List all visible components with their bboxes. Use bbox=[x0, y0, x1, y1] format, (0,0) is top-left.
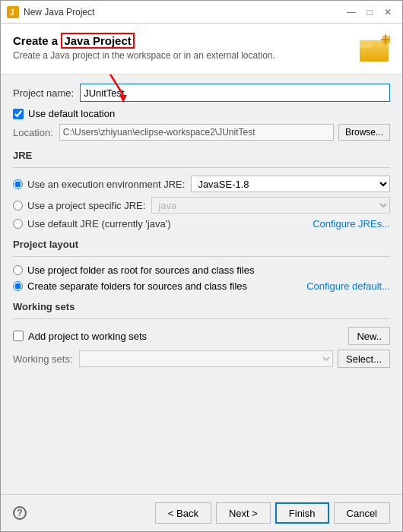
next-button[interactable]: Next > bbox=[216, 502, 271, 524]
working-sets-divider bbox=[13, 318, 390, 319]
back-button[interactable]: < Back bbox=[155, 502, 211, 524]
app-icon: J bbox=[7, 6, 19, 18]
finish-button[interactable]: Finish bbox=[275, 502, 329, 524]
layout-option2-row: Create separate folders for sources and … bbox=[13, 280, 390, 292]
configure-default-link[interactable]: Configure default... bbox=[306, 280, 390, 292]
browse-button[interactable]: Browse... bbox=[338, 124, 390, 141]
footer-left: ? bbox=[13, 506, 27, 520]
maximize-button[interactable]: □ bbox=[361, 5, 378, 20]
jre-section-label: JRE bbox=[13, 150, 390, 161]
close-button[interactable]: ✕ bbox=[379, 5, 396, 20]
use-default-location-row: Use default location bbox=[13, 108, 390, 119]
project-name-input[interactable] bbox=[80, 84, 390, 102]
jre-default-radio[interactable] bbox=[13, 219, 23, 229]
select-working-set-button[interactable]: Select... bbox=[338, 350, 390, 368]
header-subtitle: Create a Java project in the workspace o… bbox=[13, 50, 352, 61]
header-title: Create a Java Project bbox=[13, 34, 352, 47]
jre-specific-select[interactable]: java bbox=[151, 197, 390, 214]
jre-divider bbox=[13, 167, 390, 168]
header-title-highlighted: Java Project bbox=[61, 33, 134, 49]
layout-option1-row: Use project folder as root for sources a… bbox=[13, 264, 390, 276]
add-working-sets-checkbox-row: Add project to working sets bbox=[13, 331, 147, 342]
layout-root-radio[interactable] bbox=[13, 265, 23, 275]
jre-specific-radio[interactable] bbox=[13, 201, 23, 211]
configure-jres-link[interactable]: Configure JREs... bbox=[313, 218, 390, 230]
minimize-button[interactable]: — bbox=[343, 5, 360, 20]
folder-icon bbox=[360, 34, 390, 63]
layout-separate-radio[interactable] bbox=[13, 281, 23, 291]
add-working-sets-label-text[interactable]: Add project to working sets bbox=[28, 331, 147, 342]
main-content: Project name: Use default location Locat… bbox=[1, 74, 402, 494]
jre-section: JRE Use an execution environment JRE: Ja… bbox=[13, 150, 390, 230]
jre-default-row: Use default JRE (currently 'java') bbox=[13, 218, 176, 230]
layout-section-label: Project layout bbox=[13, 239, 390, 250]
footer-buttons: < Back Next > Finish Cancel bbox=[155, 502, 390, 524]
add-working-sets-checkbox[interactable] bbox=[13, 331, 24, 341]
working-sets-label: Working sets bbox=[13, 301, 390, 312]
layout-separate-row: Create separate folders for sources and … bbox=[13, 280, 247, 292]
layout-separate-label[interactable]: Create separate folders for sources and … bbox=[27, 280, 247, 292]
titlebar: J New Java Project — □ ✕ bbox=[1, 1, 402, 24]
svg-text:J: J bbox=[10, 8, 14, 17]
footer: ? < Back Next > Finish Cancel bbox=[1, 494, 402, 531]
header-section: Create a Java Project Create a Java proj… bbox=[1, 24, 402, 74]
project-name-label: Project name: bbox=[13, 87, 74, 99]
new-working-set-button[interactable]: New.. bbox=[348, 327, 390, 345]
folder-icon-container bbox=[360, 34, 390, 65]
working-sets-section: Working sets Add project to working sets… bbox=[13, 301, 390, 368]
use-default-location-checkbox[interactable] bbox=[13, 109, 24, 119]
working-sets-select-row: Working sets: Select... bbox=[13, 350, 390, 368]
layout-root-label[interactable]: Use project folder as root for sources a… bbox=[27, 264, 254, 276]
cancel-button[interactable]: Cancel bbox=[334, 502, 390, 524]
jre-option2-row: Use a project specific JRE: java bbox=[13, 197, 390, 214]
project-layout-section: Project layout Use project folder as roo… bbox=[13, 239, 390, 292]
header-text: Create a Java Project Create a Java proj… bbox=[13, 34, 352, 61]
jre-env-label[interactable]: Use an execution environment JRE: bbox=[27, 179, 185, 190]
window-title: New Java Project bbox=[24, 7, 94, 17]
use-default-location-label[interactable]: Use default location bbox=[28, 108, 115, 119]
working-sets-select-label: Working sets: bbox=[13, 353, 73, 365]
header-title-prefix: Create a bbox=[13, 34, 61, 47]
project-name-row: Project name: bbox=[13, 84, 390, 102]
titlebar-controls: — □ ✕ bbox=[343, 5, 396, 20]
location-label: Location: bbox=[13, 127, 53, 138]
add-working-sets-row: Add project to working sets New.. bbox=[13, 327, 390, 345]
working-sets-select[interactable] bbox=[79, 350, 334, 367]
location-row: Location: Browse... bbox=[13, 124, 390, 141]
jre-option3-row: Use default JRE (currently 'java') Confi… bbox=[13, 218, 390, 230]
jre-specific-label[interactable]: Use a project specific JRE: bbox=[27, 200, 145, 211]
location-input[interactable] bbox=[59, 124, 334, 141]
window: J New Java Project — □ ✕ Create a Java P… bbox=[0, 0, 403, 532]
jre-option1-row: Use an execution environment JRE: JavaSE… bbox=[13, 176, 390, 192]
jre-env-radio[interactable] bbox=[13, 179, 23, 189]
help-icon[interactable]: ? bbox=[13, 506, 27, 520]
layout-divider bbox=[13, 256, 390, 257]
svg-rect-4 bbox=[360, 42, 372, 48]
jre-env-select[interactable]: JavaSE-1.8 JavaSE-11 JavaSE-17 bbox=[191, 176, 390, 192]
jre-default-label[interactable]: Use default JRE (currently 'java') bbox=[27, 218, 170, 230]
titlebar-left: J New Java Project bbox=[7, 6, 94, 18]
